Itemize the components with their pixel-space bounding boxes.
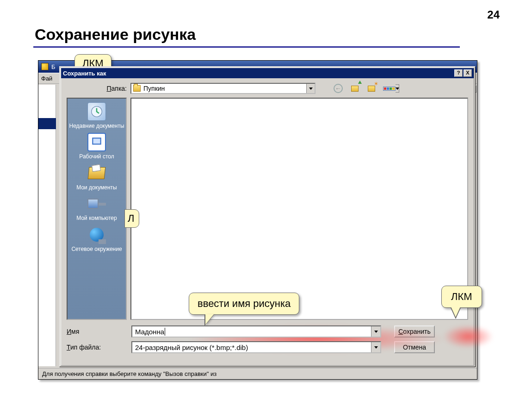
- filename-value: Мадонна: [135, 328, 164, 336]
- callout-filename: ввести имя рисунка: [189, 293, 299, 315]
- filename-label: Имя: [67, 328, 127, 335]
- callout-save-text: ЛКМ: [451, 291, 472, 302]
- places-sidebar: Недавние документы Рабочий стол Мои доку…: [67, 98, 127, 320]
- sidebar-item-label: Мой компьютер: [76, 215, 117, 221]
- view-menu-button[interactable]: [383, 84, 399, 93]
- filetype-value: 24-разрядный рисунок (*.bmp;*.dib): [135, 344, 248, 351]
- sidebar-item-mydocs[interactable]: Мои документы: [76, 164, 117, 191]
- background-selected-row: [38, 118, 56, 129]
- desktop-icon: [87, 133, 106, 151]
- app-icon: [41, 63, 49, 70]
- filename-history-dropdown[interactable]: [371, 326, 380, 337]
- filetype-label: Тип файла:: [67, 344, 127, 351]
- filetype-dropdown-arrow-icon[interactable]: [371, 342, 380, 352]
- folder-value: Пупкин: [143, 85, 165, 92]
- callout-side-text: Л: [128, 212, 134, 224]
- filetype-row: Тип файла: 24-разрядный рисунок (*.bmp;*…: [61, 339, 474, 355]
- my-documents-icon: [87, 164, 106, 182]
- background-title-text: Б: [51, 63, 56, 70]
- callout-side-partial: Л: [124, 209, 139, 228]
- dialog-title: Сохранить как: [63, 70, 106, 77]
- page-title: Сохранение рисунка: [35, 25, 196, 44]
- callout-save-tail: [451, 307, 460, 317]
- callout-filename-tail: [205, 314, 214, 325]
- dropdown-arrow-icon[interactable]: [306, 84, 315, 93]
- recent-docs-icon: [87, 102, 106, 121]
- network-icon: [87, 225, 106, 244]
- folder-label: Папка:: [67, 85, 127, 92]
- dialog-titlebar: Сохранить как ? X: [61, 68, 474, 78]
- cancel-label: Отмена: [403, 344, 426, 351]
- back-button[interactable]: ←: [333, 83, 343, 94]
- my-computer-icon: [87, 194, 106, 213]
- sidebar-item-label: Мои документы: [76, 184, 117, 191]
- filename-label-rest: мя: [71, 328, 79, 335]
- text-cursor: [165, 328, 165, 336]
- sidebar-item-label: Недавние документы: [69, 123, 124, 129]
- folder-label-mnemonic: П: [106, 85, 111, 92]
- filename-row: Имя Мадонна Сохранить: [61, 324, 474, 339]
- close-button[interactable]: X: [464, 69, 472, 77]
- folder-row: Папка: Пупкин ← ✶: [61, 78, 474, 98]
- new-folder-button[interactable]: ✶: [366, 83, 377, 94]
- sidebar-item-desktop[interactable]: Рабочий стол: [79, 133, 114, 160]
- save-mnemonic: С: [398, 328, 403, 335]
- help-button[interactable]: ?: [454, 69, 463, 77]
- sidebar-item-mycomputer[interactable]: Мой компьютер: [76, 194, 117, 221]
- sidebar-item-recent[interactable]: Недавние документы: [69, 102, 124, 129]
- sidebar-item-label: Сетевое окружение: [71, 246, 122, 252]
- menu-file[interactable]: Фай: [41, 75, 52, 82]
- filename-label-mnemonic: И: [67, 328, 71, 335]
- callout-save: ЛКМ: [441, 286, 482, 308]
- folder-dropdown[interactable]: Пупкин: [130, 83, 315, 94]
- save-button[interactable]: Сохранить: [394, 325, 435, 338]
- save-rest: охранить: [403, 328, 430, 335]
- folder-label-rest: апка:: [111, 85, 127, 92]
- cancel-button[interactable]: Отмена: [394, 341, 435, 353]
- sidebar-item-network[interactable]: Сетевое окружение: [71, 225, 122, 252]
- file-list-area[interactable]: [130, 98, 468, 320]
- filetype-dropdown[interactable]: 24-разрядный рисунок (*.bmp;*.dib): [131, 341, 381, 353]
- save-as-dialog: Сохранить как ? X Папка: Пупкин ← ✶: [59, 66, 476, 367]
- sidebar-item-label: Рабочий стол: [79, 153, 114, 160]
- background-statusbar: Для получения справки выберите команду "…: [38, 368, 477, 379]
- dialog-toolbar: ← ✶: [333, 83, 399, 94]
- page-number: 24: [487, 8, 500, 21]
- svg-rect-2: [93, 139, 100, 144]
- up-folder-button[interactable]: [350, 83, 360, 94]
- statusbar-text: Для получения справки выберите команду "…: [42, 370, 217, 377]
- view-dropdown-arrow-icon[interactable]: [396, 84, 399, 93]
- filetype-label-mnemonic: Т: [67, 344, 70, 351]
- view-grid-icon: [383, 87, 396, 91]
- title-underline: [33, 46, 460, 48]
- filetype-label-rest: ип файла:: [70, 344, 101, 351]
- folder-icon: [133, 85, 141, 92]
- callout-filename-text: ввести имя рисунка: [198, 298, 291, 309]
- filename-input[interactable]: Мадонна: [131, 325, 381, 338]
